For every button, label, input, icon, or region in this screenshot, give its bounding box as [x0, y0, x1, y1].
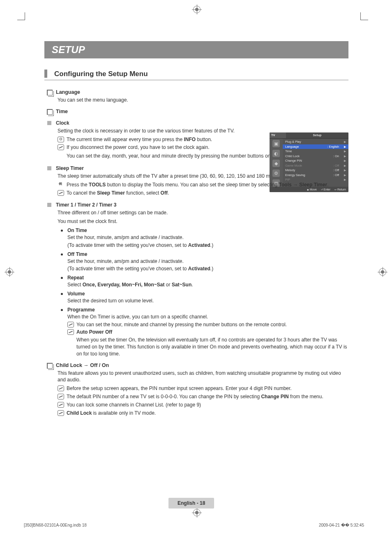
checkbox-icon — [47, 109, 53, 115]
bullet-programme: Programme — [61, 307, 348, 313]
bullet-repeat: Repeat — [61, 275, 348, 281]
registration-mark-bottom — [193, 509, 201, 516]
bullet-on-time: On Time — [61, 228, 348, 233]
body-text: Set the hour, minute, am/pm and activate… — [67, 234, 348, 241]
body-text: You can set the menu language. — [58, 97, 348, 104]
remote-icon: O — [58, 137, 64, 142]
sub-item-sleep-timer: Sleep Timer — [46, 165, 348, 171]
body-text: You must set the clock first. — [58, 218, 348, 225]
note: Before the setup screen appears, the PIN… — [58, 385, 348, 392]
square-bullet-icon — [47, 166, 51, 170]
tools-icon: 🛠 — [58, 182, 63, 187]
note: You can lock some channels in Channel Li… — [58, 402, 348, 409]
sub-heading-time: Time — [46, 109, 348, 114]
footer-timestamp: 2009-04-21 �� 5:32:45 — [319, 523, 364, 527]
heading-rule — [44, 80, 348, 80]
note: Child Lock is available only in TV mode. — [58, 410, 348, 417]
registration-mark-top — [193, 6, 201, 13]
checkbox-icon — [47, 363, 53, 369]
note: You can set the hour, minute and channel… — [67, 321, 348, 328]
crop-mark — [17, 12, 25, 20]
sub-item-clock: Clock — [46, 120, 348, 126]
registration-mark-left — [6, 268, 13, 276]
registration-mark-right — [379, 268, 386, 276]
note: Auto Power Off — [67, 329, 348, 336]
body-text: When you set the timer On, the televisio… — [76, 337, 348, 357]
footer-filename: [350]BN68-02101A-00Eng.indb 18 — [24, 523, 87, 527]
note-icon — [58, 394, 64, 399]
body-text: (To activate timer with the setting you'… — [67, 265, 348, 272]
note-icon — [58, 385, 64, 391]
note: The default PIN number of a new TV set i… — [58, 393, 348, 400]
osd-row: Child Lock: On▶ — [283, 154, 348, 159]
osd-row: Energy Saving: Off▶ — [283, 173, 348, 178]
sub-item-timers: Timer 1 / Timer 2 / Timer 3 — [46, 202, 348, 208]
checkbox-icon — [47, 90, 53, 95]
bullet-volume: Volume — [61, 291, 348, 297]
note: OThe current time will appear every time… — [58, 136, 348, 143]
note: If you disconnect the power cord, you ha… — [58, 144, 348, 151]
page-content: SETUP Configuring the Setup Menu TV Setu… — [44, 41, 348, 418]
note-icon — [58, 144, 64, 150]
body-text: (To activate timer with the setting you'… — [67, 242, 348, 249]
chapter-heading: SETUP — [44, 41, 348, 58]
section-heading: Configuring the Setup Menu — [44, 70, 348, 78]
body-text: When the On Timer is active, you can tur… — [67, 313, 348, 320]
body-text: This feature allows you to prevent unaut… — [58, 370, 348, 384]
note: 🛠Press the TOOLS button to display the T… — [58, 181, 348, 188]
crop-mark — [360, 12, 368, 20]
body-text: Select Once, Everyday, Mon~Fri, Mon~Sat … — [67, 281, 348, 288]
body-text: Select the desired turn on volume level. — [67, 297, 348, 304]
body-text: Set the hour, minute, am/pm and activate… — [67, 258, 348, 265]
note: To cancel the Sleep Timer function, sele… — [58, 190, 348, 197]
page-number-badge: English - 18 — [168, 498, 214, 508]
note-icon — [58, 190, 64, 196]
sub-heading-child-lock: Child Lock → Off / On — [46, 362, 348, 368]
note-icon — [67, 329, 74, 335]
bullet-off-time: Off Time — [61, 251, 348, 257]
body-text: Three different on / off timer settings … — [58, 209, 348, 216]
osd-row: Change PIN▶ — [283, 158, 348, 163]
note-icon — [58, 410, 64, 416]
sub-heading-language: Language — [46, 89, 348, 95]
note-icon — [67, 322, 74, 327]
square-bullet-icon — [47, 203, 51, 207]
note-icon — [58, 402, 64, 408]
square-bullet-icon — [47, 121, 51, 125]
